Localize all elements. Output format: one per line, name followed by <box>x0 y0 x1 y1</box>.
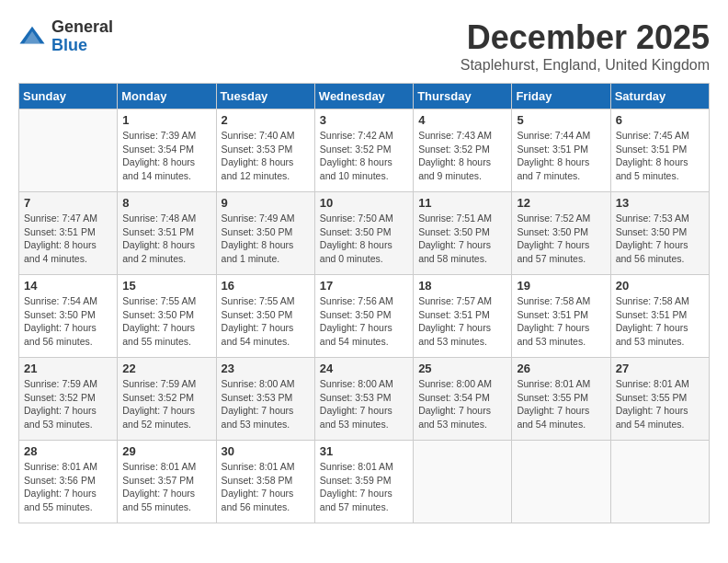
table-row <box>19 109 118 192</box>
calendar-header-row: Sunday Monday Tuesday Wednesday Thursday… <box>19 84 710 109</box>
day-number: 24 <box>320 362 408 375</box>
table-row: 7Sunrise: 7:47 AM Sunset: 3:51 PM Daylig… <box>19 192 118 275</box>
month-title: December 2025 <box>461 18 710 57</box>
logo-general-text: General <box>51 18 113 37</box>
calendar-week-row: 28Sunrise: 8:01 AM Sunset: 3:56 PM Dayli… <box>19 441 710 523</box>
day-info: Sunrise: 8:01 AM Sunset: 3:59 PM Dayligh… <box>320 460 408 514</box>
day-number: 11 <box>418 196 506 210</box>
table-row: 4Sunrise: 7:43 AM Sunset: 3:52 PM Daylig… <box>414 109 512 192</box>
day-number: 22 <box>122 362 210 375</box>
table-row: 19Sunrise: 7:58 AM Sunset: 3:51 PM Dayli… <box>512 275 610 358</box>
header-thursday: Thursday <box>414 84 512 109</box>
calendar-week-row: 7Sunrise: 7:47 AM Sunset: 3:51 PM Daylig… <box>19 192 710 275</box>
header-monday: Monday <box>118 84 216 109</box>
table-row: 29Sunrise: 8:01 AM Sunset: 3:57 PM Dayli… <box>118 441 216 523</box>
table-row: 6Sunrise: 7:45 AM Sunset: 3:51 PM Daylig… <box>610 109 709 192</box>
day-number: 27 <box>616 362 704 375</box>
day-info: Sunrise: 8:01 AM Sunset: 3:56 PM Dayligh… <box>24 460 112 514</box>
table-row: 16Sunrise: 7:55 AM Sunset: 3:50 PM Dayli… <box>216 275 314 358</box>
day-number: 17 <box>320 279 408 293</box>
day-number: 21 <box>24 362 112 375</box>
day-number: 25 <box>418 362 506 375</box>
logo-icon <box>18 23 46 51</box>
day-info: Sunrise: 7:52 AM Sunset: 3:50 PM Dayligh… <box>517 212 605 266</box>
table-row: 31Sunrise: 8:01 AM Sunset: 3:59 PM Dayli… <box>314 441 413 523</box>
day-number: 26 <box>517 362 605 375</box>
table-row: 17Sunrise: 7:56 AM Sunset: 3:50 PM Dayli… <box>314 275 413 358</box>
title-section: December 2025 Staplehurst, England, Unit… <box>461 18 710 74</box>
day-info: Sunrise: 8:01 AM Sunset: 3:58 PM Dayligh… <box>222 460 310 514</box>
calendar-week-row: 14Sunrise: 7:54 AM Sunset: 3:50 PM Dayli… <box>19 275 710 358</box>
day-number: 7 <box>24 196 112 210</box>
table-row: 3Sunrise: 7:42 AM Sunset: 3:52 PM Daylig… <box>314 109 413 192</box>
day-number: 10 <box>320 196 408 210</box>
table-row: 2Sunrise: 7:40 AM Sunset: 3:53 PM Daylig… <box>216 109 314 192</box>
day-info: Sunrise: 7:47 AM Sunset: 3:51 PM Dayligh… <box>24 212 112 266</box>
day-info: Sunrise: 7:48 AM Sunset: 3:51 PM Dayligh… <box>122 212 210 266</box>
table-row: 1Sunrise: 7:39 AM Sunset: 3:54 PM Daylig… <box>118 109 216 192</box>
day-info: Sunrise: 7:58 AM Sunset: 3:51 PM Dayligh… <box>616 294 704 349</box>
day-info: Sunrise: 7:42 AM Sunset: 3:52 PM Dayligh… <box>320 129 408 183</box>
day-info: Sunrise: 7:55 AM Sunset: 3:50 PM Dayligh… <box>122 294 210 349</box>
day-info: Sunrise: 7:40 AM Sunset: 3:53 PM Dayligh… <box>222 129 310 183</box>
day-number: 8 <box>122 196 210 210</box>
day-number: 12 <box>517 196 605 210</box>
day-number: 16 <box>222 279 310 293</box>
table-row: 10Sunrise: 7:50 AM Sunset: 3:50 PM Dayli… <box>314 192 413 275</box>
table-row: 8Sunrise: 7:48 AM Sunset: 3:51 PM Daylig… <box>118 192 216 275</box>
header-friday: Friday <box>512 84 610 109</box>
table-row: 9Sunrise: 7:49 AM Sunset: 3:50 PM Daylig… <box>216 192 314 275</box>
day-number: 31 <box>320 444 408 458</box>
day-number: 29 <box>122 444 210 458</box>
header-saturday: Saturday <box>610 84 709 109</box>
day-number: 15 <box>122 279 210 293</box>
day-number: 13 <box>616 196 704 210</box>
table-row <box>610 441 709 523</box>
table-row: 11Sunrise: 7:51 AM Sunset: 3:50 PM Dayli… <box>414 192 512 275</box>
day-number: 3 <box>320 113 408 127</box>
day-info: Sunrise: 7:59 AM Sunset: 3:52 PM Dayligh… <box>24 377 112 431</box>
page-header: General Blue December 2025 Staplehurst, … <box>18 18 710 74</box>
day-number: 20 <box>616 279 704 293</box>
day-info: Sunrise: 7:51 AM Sunset: 3:50 PM Dayligh… <box>418 212 506 266</box>
day-info: Sunrise: 7:54 AM Sunset: 3:50 PM Dayligh… <box>24 294 112 349</box>
header-sunday: Sunday <box>19 84 118 109</box>
logo-text: General Blue <box>51 18 113 55</box>
header-wednesday: Wednesday <box>314 84 413 109</box>
day-info: Sunrise: 7:50 AM Sunset: 3:50 PM Dayligh… <box>320 212 408 266</box>
logo: General Blue <box>18 18 113 55</box>
table-row: 30Sunrise: 8:01 AM Sunset: 3:58 PM Dayli… <box>216 441 314 523</box>
table-row: 28Sunrise: 8:01 AM Sunset: 3:56 PM Dayli… <box>19 441 118 523</box>
day-info: Sunrise: 7:43 AM Sunset: 3:52 PM Dayligh… <box>418 129 506 183</box>
table-row <box>512 441 610 523</box>
day-info: Sunrise: 7:45 AM Sunset: 3:51 PM Dayligh… <box>616 129 704 183</box>
table-row: 12Sunrise: 7:52 AM Sunset: 3:50 PM Dayli… <box>512 192 610 275</box>
day-info: Sunrise: 7:44 AM Sunset: 3:51 PM Dayligh… <box>517 129 605 183</box>
day-info: Sunrise: 7:59 AM Sunset: 3:52 PM Dayligh… <box>122 377 210 431</box>
table-row: 22Sunrise: 7:59 AM Sunset: 3:52 PM Dayli… <box>118 358 216 441</box>
day-info: Sunrise: 7:57 AM Sunset: 3:51 PM Dayligh… <box>418 294 506 349</box>
calendar-week-row: 21Sunrise: 7:59 AM Sunset: 3:52 PM Dayli… <box>19 358 710 441</box>
day-number: 5 <box>517 113 605 127</box>
day-number: 14 <box>24 279 112 293</box>
day-info: Sunrise: 8:01 AM Sunset: 3:55 PM Dayligh… <box>616 377 704 431</box>
table-row: 15Sunrise: 7:55 AM Sunset: 3:50 PM Dayli… <box>118 275 216 358</box>
day-info: Sunrise: 8:00 AM Sunset: 3:54 PM Dayligh… <box>418 377 506 431</box>
day-number: 1 <box>122 113 210 127</box>
table-row: 25Sunrise: 8:00 AM Sunset: 3:54 PM Dayli… <box>414 358 512 441</box>
table-row: 18Sunrise: 7:57 AM Sunset: 3:51 PM Dayli… <box>414 275 512 358</box>
table-row <box>414 441 512 523</box>
day-number: 9 <box>222 196 310 210</box>
day-info: Sunrise: 7:55 AM Sunset: 3:50 PM Dayligh… <box>222 294 310 349</box>
day-number: 30 <box>222 444 310 458</box>
day-info: Sunrise: 8:01 AM Sunset: 3:55 PM Dayligh… <box>517 377 605 431</box>
location: Staplehurst, England, United Kingdom <box>461 57 710 74</box>
day-info: Sunrise: 7:39 AM Sunset: 3:54 PM Dayligh… <box>122 129 210 183</box>
day-number: 6 <box>616 113 704 127</box>
calendar-week-row: 1Sunrise: 7:39 AM Sunset: 3:54 PM Daylig… <box>19 109 710 192</box>
day-number: 19 <box>517 279 605 293</box>
day-number: 23 <box>222 362 310 375</box>
day-number: 28 <box>24 444 112 458</box>
day-info: Sunrise: 8:00 AM Sunset: 3:53 PM Dayligh… <box>320 377 408 431</box>
table-row: 20Sunrise: 7:58 AM Sunset: 3:51 PM Dayli… <box>610 275 709 358</box>
